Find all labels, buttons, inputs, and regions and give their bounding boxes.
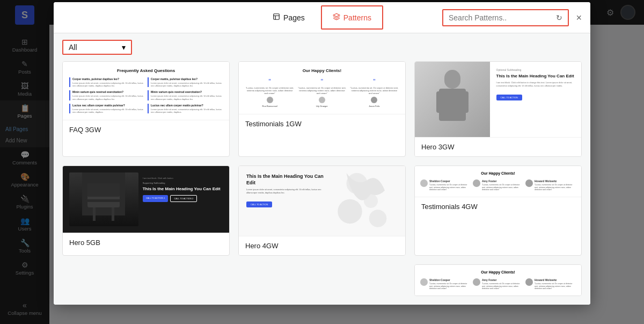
t4gw-item: Amy Foster "Luctus, nummerntu sit. Ov co… [473,179,523,191]
modal-body: All ▾ Frequently Asked Questions [54,33,590,305]
hero-3gw-image [415,62,490,137]
t-bottom-avatar [525,278,533,286]
category-filter[interactable]: All ▾ [62,40,132,55]
svg-rect-0 [274,14,280,20]
faq-item: Corper mattis, pulvinar dapibus leo? Lor… [148,77,223,87]
filter-bar: All ▾ [54,33,590,61]
modal-close-button[interactable]: × [574,10,584,25]
testimonial-item: " "Luctus, nummerntu sit. Ov corper ut d… [245,78,294,107]
faq-grid: Corper mattis, pulvinar dapibus leo? Lor… [69,77,223,113]
t-bottom-item: Amy Foster "Luctus, nummerntu sit. Ov co… [473,278,523,290]
hero-5gb-label: Hero 5GB [63,233,229,252]
hero-4gw-preview: This Is the Main Heading You Can Edit Lo… [239,166,405,236]
t-bottom-avatar [420,278,428,286]
modal-overlay: Pages Patterns ↻ [0,0,644,324]
t4gw-avatar [525,179,533,187]
search-refresh-button[interactable]: ↻ [551,10,568,25]
testimonials-grid: " "Luctus, nummerntu sit. Ov corper ut d… [245,78,399,107]
hero-3gw-content: Optional Subheading This Is the Main Hea… [490,62,582,137]
faq-item: Corper mattis, pulvinar dapibus leo? Lor… [69,77,144,87]
testimonial-item: " "Luctus, nummerntu sit. Ov corper ut d… [350,78,399,107]
pattern-card-hero-3gw[interactable]: Optional Subheading This Is the Main Hea… [414,61,582,157]
tab-patterns[interactable]: Patterns [321,5,383,30]
hero-3gw-preview: Optional Subheading This Is the Main Hea… [415,62,581,137]
filter-selected-value: All [69,43,77,52]
pattern-card-hero-4gw[interactable]: This Is the Main Heading You Can Edit Lo… [238,165,406,256]
pattern-card-testimonials-partial[interactable]: Our Happy Clients! Sheldon Cooper "Luctu… [414,264,582,296]
testimonial-item: " "Luctus, nummerntu sit. Ov corper ut d… [297,78,346,107]
faq-item: Minin varium quis nostrud exercitation? … [148,90,223,100]
hero-5gb-image [69,172,138,226]
svg-rect-6 [460,91,469,113]
pattern-card-testimonials-1gw[interactable]: Our Happy Clients! " "Luctus, nummerntu … [238,61,406,157]
tab-pages[interactable]: Pages [261,5,317,30]
faq-3gw-preview: Frequently Asked Questions Corper mattis… [63,62,229,120]
hero-4gw-content: This Is the Main Heading You Can Edit Lo… [246,174,330,207]
hero-5gb-content: I am text block. Click with button Suppo… [143,172,223,226]
faq-preview-title: Frequently Asked Questions [69,68,223,73]
pattern-card-testimonials-4gw[interactable]: Our Happy Clients! Sheldon Cooper "Luctu… [414,165,582,256]
t-bottom-grid: Sheldon Cooper "Luctus, nummerntu sit. O… [420,278,576,290]
faq-item: Luctus nec ullam corper mattis pulvinar?… [148,104,223,113]
pattern-card-faq-3gw[interactable]: Frequently Asked Questions Corper mattis… [62,61,230,157]
faq-item: Minin varium quis nostrud exercitation? … [69,90,144,100]
pattern-card-hero-5gb[interactable]: I am text block. Click with button Suppo… [62,165,230,256]
faq-3gw-label: FAQ 3GW [63,120,229,139]
tab-pages-label: Pages [283,13,305,22]
content-area: ⚙ Pages [49,0,644,324]
t-bottom-avatar [473,278,480,286]
hero-3gw-label: Hero 3GW [415,137,581,156]
t4gw-grid: Sheldon Cooper "Luctus, nummerntu sit. O… [420,179,576,191]
svg-rect-3 [444,70,460,89]
pages-tab-icon [273,13,280,22]
search-box[interactable]: ↻ [442,9,569,26]
pattern-modal: Pages Patterns ↻ [54,2,590,305]
testimonials-4gw-label: Testimonials 4GW [415,197,581,216]
svg-point-15 [338,199,362,224]
chevron-down-icon: ▾ [122,43,126,52]
testimonials-4gw-preview: Our Happy Clients! Sheldon Cooper "Luctu… [415,166,581,197]
testimonial-avatar [319,97,325,103]
testimonials-partial-preview: Our Happy Clients! Sheldon Cooper "Luctu… [415,265,581,296]
patterns-grid: Frequently Asked Questions Corper mattis… [54,61,590,305]
tab-patterns-label: Patterns [343,13,371,22]
t4gw-item: Howard Wolowitz "Luctus, nummerntu sit. … [525,179,576,191]
t4gw-avatar [473,179,480,187]
hero-5gb-preview: I am text block. Click with button Suppo… [63,166,229,233]
testimonial-avatar [371,97,377,103]
testimonial-avatar [267,97,273,103]
svg-rect-12 [87,183,120,197]
faq-item: Luctus nec ullam corper mattis pulvinar?… [69,104,144,113]
testimonials-1gw-preview: Our Happy Clients! " "Luctus, nummerntu … [239,62,405,114]
t-bottom-item: Sheldon Cooper "Luctus, nummerntu sit. O… [420,278,471,290]
testimonials-1gw-label: Testimonials 1GW [239,114,405,133]
svg-rect-5 [436,91,444,113]
modal-header: Pages Patterns ↻ [54,2,590,33]
t4gw-item: Sheldon Cooper "Luctus, nummerntu sit. O… [420,179,471,191]
hero-4gw-label: Hero 4GW [239,236,405,255]
svg-rect-11 [85,199,122,202]
wp-admin-window: S ⊞ Dashboard ✎ Posts 🖼 Media 📋 Pages Al… [0,0,644,324]
search-input[interactable] [443,10,551,25]
modal-tabs: Pages Patterns [259,2,385,33]
patterns-tab-icon [333,13,340,22]
svg-point-16 [369,210,387,227]
t-bottom-item: Howard Wolowitz "Luctus, nummerntu sit. … [525,278,576,290]
t4gw-avatar [420,179,428,187]
